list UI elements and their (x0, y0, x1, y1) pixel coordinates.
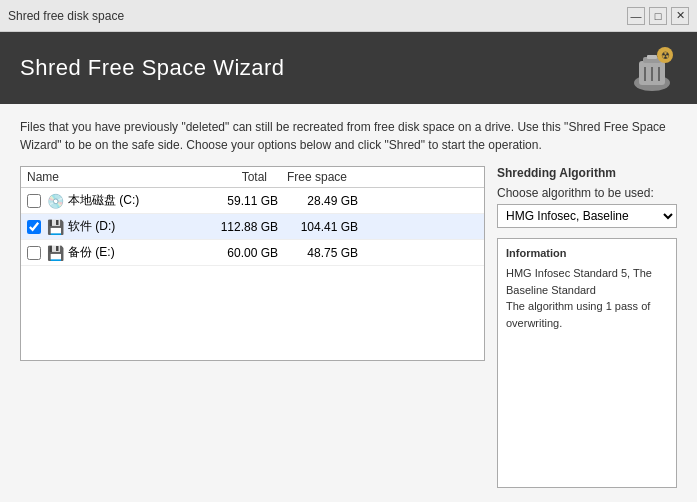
col-header-total: Total (187, 170, 267, 184)
drive-list-area: Name Total Free space 💿 本地磁盘 (C:) 59.11 … (20, 166, 485, 488)
title-bar: Shred free disk space — □ ✕ (0, 0, 697, 32)
col-header-free: Free space (267, 170, 347, 184)
drive-checkbox-d[interactable] (27, 220, 41, 234)
header-icon: ☢ (627, 43, 677, 93)
minimize-button[interactable]: — (627, 7, 645, 25)
svg-text:☢: ☢ (661, 50, 670, 61)
header-area: Shred Free Space Wizard ☢ (0, 32, 697, 104)
main-content: Files that you have previously "deleted"… (0, 104, 697, 502)
description-text: Files that you have previously "deleted"… (20, 118, 677, 154)
right-panel: Shredding Algorithm Choose algorithm to … (497, 166, 677, 488)
drive-free-c: 28.49 GB (278, 194, 358, 208)
title-bar-text: Shred free disk space (8, 9, 124, 23)
algorithm-select[interactable]: HMG Infosec, Baseline DoD 5220.22-M Gutm… (497, 204, 677, 228)
drive-free-e: 48.75 GB (278, 246, 358, 260)
header-title: Shred Free Space Wizard (20, 55, 285, 81)
shredding-algorithm-title: Shredding Algorithm (497, 166, 677, 180)
content-row: Name Total Free space 💿 本地磁盘 (C:) 59.11 … (20, 166, 677, 488)
table-header: Name Total Free space (21, 167, 484, 188)
svg-rect-3 (647, 55, 657, 59)
drive-total-e: 60.00 GB (198, 246, 278, 260)
table-row[interactable]: 💿 本地磁盘 (C:) 59.11 GB 28.49 GB (21, 188, 484, 214)
table-row[interactable]: 💾 备份 (E:) 60.00 GB 48.75 GB (21, 240, 484, 266)
drive-name-d: 软件 (D:) (68, 218, 198, 235)
col-header-name: Name (27, 170, 187, 184)
drive-icon-d: 💾 (47, 219, 64, 235)
close-button[interactable]: ✕ (671, 7, 689, 25)
choose-algorithm-label: Choose algorithm to be used: (497, 186, 677, 200)
drive-checkbox-c[interactable] (27, 194, 41, 208)
drive-total-c: 59.11 GB (198, 194, 278, 208)
drive-icon-c: 💿 (47, 193, 64, 209)
table-row[interactable]: 💾 软件 (D:) 112.88 GB 104.41 GB (21, 214, 484, 240)
drive-icon-e: 💾 (47, 245, 64, 261)
drive-table: Name Total Free space 💿 本地磁盘 (C:) 59.11 … (20, 166, 485, 361)
drive-free-d: 104.41 GB (278, 220, 358, 234)
info-box: Information HMG Infosec Standard 5, The … (497, 238, 677, 488)
title-bar-controls: — □ ✕ (627, 7, 689, 25)
drive-total-d: 112.88 GB (198, 220, 278, 234)
info-box-title: Information (506, 247, 668, 259)
drive-checkbox-e[interactable] (27, 246, 41, 260)
info-box-text: HMG Infosec Standard 5, The Baseline Sta… (506, 265, 668, 331)
maximize-button[interactable]: □ (649, 7, 667, 25)
drive-name-e: 备份 (E:) (68, 244, 198, 261)
drive-name-c: 本地磁盘 (C:) (68, 192, 198, 209)
